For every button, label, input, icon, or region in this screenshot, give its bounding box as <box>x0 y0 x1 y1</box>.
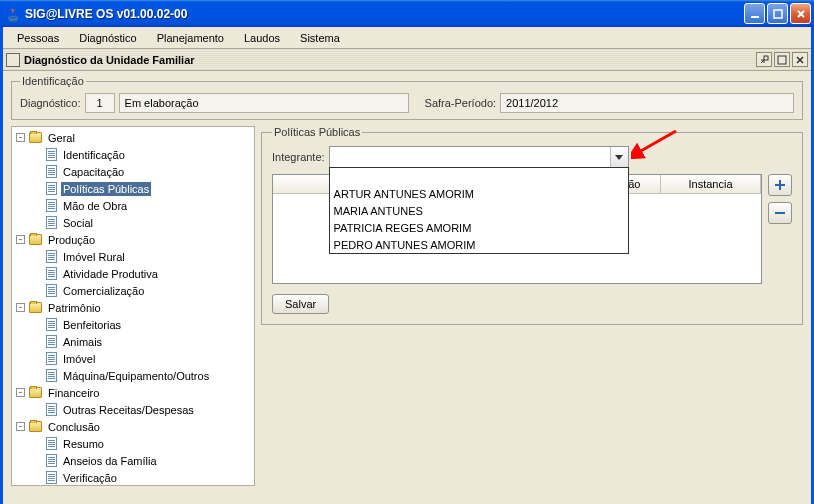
combo-option[interactable]: ARTUR ANTUNES AMORIM <box>330 185 628 202</box>
combo-option[interactable]: PEDRO ANTUNES AMORIM <box>330 236 628 253</box>
combo-option[interactable]: MARIA ANTUNES <box>330 202 628 219</box>
menu-sistema[interactable]: Sistema <box>290 29 350 47</box>
internal-window-icon <box>6 53 20 67</box>
integrante-dropdown-list[interactable]: ARTUR ANTUNES AMORIMMARIA ANTUNESPATRICI… <box>329 167 629 254</box>
svg-rect-4 <box>764 56 768 60</box>
tree-item[interactable]: Imóvel <box>33 350 97 367</box>
tree-folder[interactable]: -Geral <box>16 129 77 146</box>
tree-item[interactable]: Benfeitorias <box>33 316 123 333</box>
tree-item[interactable]: Identificação <box>33 146 127 163</box>
pp-legend: Políticas Públicas <box>272 126 362 138</box>
tree-item[interactable]: Comercialização <box>33 282 146 299</box>
tree-node-label: Imóvel <box>61 352 97 366</box>
document-icon <box>46 352 57 365</box>
chevron-down-icon[interactable] <box>610 147 628 167</box>
tree-toggle[interactable]: - <box>16 235 25 244</box>
tree-item[interactable]: Máquina/Equipamento/Outros <box>33 367 211 384</box>
ident-legend: Identificação <box>20 75 86 87</box>
remove-row-button[interactable] <box>768 202 792 224</box>
svg-rect-2 <box>751 16 759 18</box>
internal-maximize-button[interactable] <box>774 52 790 67</box>
tree-node-label: Conclusão <box>46 420 102 434</box>
minus-icon <box>774 207 786 219</box>
tree-item[interactable]: Políticas Públicas <box>33 180 151 197</box>
svg-rect-5 <box>778 56 786 64</box>
window-titlebar: SIG@LIVRE OS v01.00.02-00 <box>0 0 814 27</box>
tree-node-label: Máquina/Equipamento/Outros <box>61 369 211 383</box>
document-icon <box>46 284 57 297</box>
table-col-2: Instancia <box>661 175 761 193</box>
document-icon <box>46 369 57 382</box>
diag-label: Diagnóstico: <box>20 97 81 109</box>
tree-item[interactable]: Anseios da Família <box>33 452 159 469</box>
tree-folder[interactable]: -Produção <box>16 231 97 248</box>
maximize-button[interactable] <box>767 3 788 24</box>
tree-node-label: Comercialização <box>61 284 146 298</box>
diag-value: 1 <box>85 93 115 113</box>
tree-item[interactable]: Verificação <box>33 469 119 486</box>
status-value: Em elaboração <box>119 93 409 113</box>
internal-close-button[interactable] <box>792 52 808 67</box>
tree-toggle[interactable]: - <box>16 133 25 142</box>
combo-option[interactable] <box>330 168 628 185</box>
plus-icon <box>774 179 786 191</box>
internal-window-titlebar: Diagnóstico da Unidade Familiar <box>3 49 811 71</box>
document-icon <box>46 216 57 229</box>
tree-item[interactable]: Imóvel Rural <box>33 248 127 265</box>
integrante-combobox[interactable]: ARTUR ANTUNES AMORIMMARIA ANTUNESPATRICI… <box>329 146 629 168</box>
combo-option[interactable]: PATRICIA REGES AMORIM <box>330 219 628 236</box>
menu-laudos[interactable]: Laudos <box>234 29 290 47</box>
document-icon <box>46 148 57 161</box>
close-button[interactable] <box>790 3 811 24</box>
tree-node-label: Produção <box>46 233 97 247</box>
internal-iconify-button[interactable] <box>756 52 772 67</box>
tree-toggle[interactable]: - <box>16 388 25 397</box>
tree-node-label: Capacitação <box>61 165 126 179</box>
ident-fieldset: Identificação Diagnóstico: 1 Em elaboraç… <box>11 75 803 120</box>
tree-item[interactable]: Resumo <box>33 435 106 452</box>
tree-node-label: Benfeitorias <box>61 318 123 332</box>
minimize-button[interactable] <box>744 3 765 24</box>
tree-toggle[interactable]: - <box>16 422 25 431</box>
tree-folder[interactable]: -Patrimônio <box>16 299 103 316</box>
tree-node-label: Verificação <box>61 471 119 485</box>
save-button[interactable]: Salvar <box>272 294 329 314</box>
add-row-button[interactable] <box>768 174 792 196</box>
tree-item[interactable]: Outras Receitas/Despesas <box>33 401 196 418</box>
tree-toggle[interactable]: - <box>16 303 25 312</box>
tree-item[interactable]: Mão de Obra <box>33 197 129 214</box>
tree-node-label: Atividade Produtiva <box>61 267 160 281</box>
menu-planejamento[interactable]: Planejamento <box>147 29 234 47</box>
tree-node-label: Geral <box>46 131 77 145</box>
tree-node-label: Mão de Obra <box>61 199 129 213</box>
tree-node-label: Animais <box>61 335 104 349</box>
document-icon <box>46 335 57 348</box>
document-icon <box>46 454 57 467</box>
folder-icon <box>29 234 42 245</box>
tree-item[interactable]: Atividade Produtiva <box>33 265 160 282</box>
document-icon <box>46 403 57 416</box>
java-icon <box>5 6 21 22</box>
tree-node-label: Outras Receitas/Despesas <box>61 403 196 417</box>
folder-icon <box>29 132 42 143</box>
menu-pessoas[interactable]: Pessoas <box>7 29 69 47</box>
tree-folder[interactable]: -Financeiro <box>16 384 101 401</box>
tree-item[interactable]: Animais <box>33 333 104 350</box>
nav-tree[interactable]: -GeralIdentificaçãoCapacitaçãoPolíticas … <box>11 126 255 486</box>
safra-label: Safra-Período: <box>425 97 497 109</box>
document-icon <box>46 250 57 263</box>
tree-node-label: Social <box>61 216 95 230</box>
svg-rect-3 <box>774 10 782 18</box>
politicas-publicas-fieldset: Políticas Públicas Integrante: ARTUR ANT… <box>261 126 803 325</box>
tree-node-label: Patrimônio <box>46 301 103 315</box>
menubar: Pessoas Diagnóstico Planejamento Laudos … <box>3 27 811 49</box>
tree-node-label: Imóvel Rural <box>61 250 127 264</box>
tree-item[interactable]: Capacitação <box>33 163 126 180</box>
tree-item[interactable]: Social <box>33 214 95 231</box>
tree-folder[interactable]: -Conclusão <box>16 418 102 435</box>
document-icon <box>46 318 57 331</box>
menu-diagnostico[interactable]: Diagnóstico <box>69 29 146 47</box>
folder-icon <box>29 387 42 398</box>
document-icon <box>46 165 57 178</box>
tree-node-label: Identificação <box>61 148 127 162</box>
